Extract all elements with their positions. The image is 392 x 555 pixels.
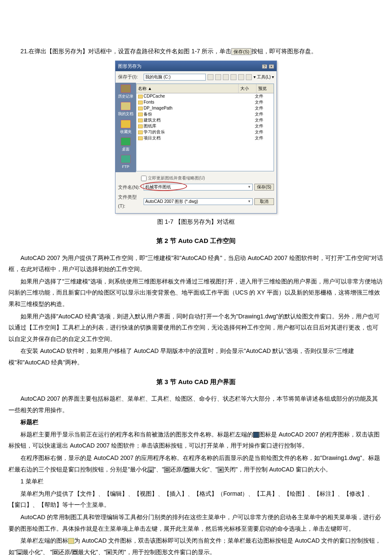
mydocs-icon [121,102,131,110]
file-row[interactable]: 建筑文档文件 [136,117,274,123]
section-2-title: 第 2 节 Auto CAD 工作空间 [9,235,383,247]
dialog-title-text: 图形另存为 [118,62,141,71]
place-label: FTP [122,163,130,171]
s3-h2: 1 菜单栏 [9,476,383,487]
delete-icon[interactable] [231,74,236,80]
restore-icon [164,467,170,473]
place-ftp[interactable]: FTP [117,155,134,171]
s2-p2: 如果用户选择了"三维建模"选项，则系统使用三维图形样板文件通过三维视图打开，进入… [9,276,383,310]
save-in-dropdown[interactable]: 我的电脑 (C:) [144,74,206,81]
search-icon[interactable] [223,74,229,80]
save-button-inline[interactable]: 保存(S) [231,48,251,55]
views-icon[interactable] [246,74,252,80]
file-row[interactable]: CDPCache文件 [136,93,274,99]
filename-field[interactable]: 机械零件图纸▼ [144,184,253,191]
intro-text-2: 按钮，即可将图形存盘。 [251,48,317,55]
folder-icon [138,95,143,98]
tools-dropdown[interactable]: ▾ 工具(L) ▾ [254,73,274,81]
text: 还原/ [170,466,184,473]
file-row[interactable]: Fonts文件 [136,99,274,105]
file-list-header: 名称 ▲ 大小 预览 [136,84,274,93]
s2-p1: AutoCAD 2007 为用户提供了两种工作空间，即"三维建模"和"AutoC… [9,252,383,275]
dropdown-arrow-icon[interactable]: ▼ [248,199,251,205]
text: 标题栏主要用于显示当前正在运行的程序名和当前被激活的图形文件名称。标题栏左端的 [20,431,253,438]
checkbox-input[interactable] [141,176,147,181]
maximize-icon [72,549,78,555]
text: 还原/ [58,549,72,555]
dialog-title-buttons: ? × [262,62,274,71]
place-history[interactable]: 历史记录 [117,84,134,100]
up-icon[interactable] [215,74,221,80]
minimize-icon [17,549,23,555]
desktop-icon [121,137,131,146]
col-preview: 预览 [257,84,274,93]
s3-p5: AutoCAD 的常用制图工具和管理编辑等工具都分门别类的排列在这些主菜单中，户… [9,512,383,534]
dialog-body: 历史记录 我的文档 收藏夹 桌面 FTP 名称 ▲ 大小 预览 CDPCache… [115,83,277,172]
place-label: 我的文档 [118,110,133,118]
close-icon: × [106,549,112,555]
place-mydocs[interactable]: 我的文档 [117,102,134,118]
s3-p1: AutoCAD 2007 的界面主要包括标题栏、菜单栏、工具栏、绘图区、命令行、… [9,393,383,416]
file-row[interactable]: 项目文档文件 [136,135,274,141]
filetype-value: AutoCAD 2007 图形 (*.dwg) [145,199,198,205]
place-label: 收藏夹 [120,128,132,136]
dialog-close-icon[interactable]: × [269,64,274,69]
s3-p4: 菜单栏为用户提供了【文件】、【编辑】、【视图】、【插入】、【格式】（Format… [9,488,383,511]
folder-icon [138,124,143,128]
s3-p6: 菜单栏左端的图标为 AutoCAD 文件图标，双击该图标即可以关闭当前文件；菜单… [9,535,383,555]
place-favorites[interactable]: 收藏夹 [117,120,134,136]
dialog-figure: 图形另存为 ? × 保存于(I): 我的电脑 (C:) ▾ 工具(L) ▾ [9,61,383,214]
save-as-dialog: 图形另存为 ? × 保存于(I): 我的电脑 (C:) ▾ 工具(L) ▾ [115,61,277,214]
text: 关闭"，用于控制图形文件窗口的显示。 [112,549,216,555]
folder-icon [138,113,143,116]
back-icon[interactable] [208,74,213,80]
col-size[interactable]: 大小 [239,84,257,93]
dialog-help-icon[interactable]: ? [262,64,267,69]
s2-p4: 在安装 AutoCAD 软件时，如果用户移植了 AutoCAD 早期版本中的设置… [9,345,383,368]
autocad-program-icon [253,432,259,438]
dropdown-arrow-icon[interactable]: ▼ [248,184,251,190]
file-list-pane[interactable]: 名称 ▲ 大小 预览 CDPCache文件Fonts文件DP_ImagePath… [136,84,274,171]
place-desktop[interactable]: 桌面 [117,137,134,153]
file-rows: CDPCache文件Fonts文件DP_ImagePath文件备份文件建筑文档文… [136,93,274,141]
places-bar: 历史记录 我的文档 收藏夹 桌面 FTP [115,83,136,172]
filetype-label: 文件类型(T): [118,193,142,211]
file-row[interactable]: DP_ImagePath文件 [136,105,274,111]
s3-p3: 在程序图标右侧，显示的是 AutoCAD 2007 的应用程序名称。在程序名称的… [9,452,383,475]
file-row[interactable]: 学习的音乐文件 [136,129,274,135]
text: "、" [154,466,164,473]
file-row[interactable]: 图纸库文件 [136,123,274,129]
folder-icon [138,130,143,134]
newfolder-icon[interactable] [238,74,244,80]
update-thumbnail-checkbox[interactable]: 立即更新图纸并查看缩略图(U) [118,174,274,182]
text: 最小化"、 " [23,549,52,555]
intro-text-1: 在弹出【图形另存为】对话框中，设置存盘路径和文件名如图 1-7 所示，单击 [29,48,231,55]
folder-icon [138,136,143,140]
s3-p2: 标题栏主要用于显示当前正在运行的程序名和当前被激活的图形文件名称。标题栏左端的图… [9,429,383,451]
place-label: 历史记录 [118,93,133,100]
folder-icon [138,107,143,110]
minimize-icon [148,467,154,473]
restore-icon [52,549,58,555]
text: 菜单栏左端的图标 [20,537,68,544]
save-in-row: 保存于(I): 我的电脑 (C:) ▾ 工具(L) ▾ [115,71,277,83]
text: 最大化"、" [78,549,106,555]
col-name[interactable]: 名称 ▲ [136,84,239,93]
folder-icon [138,119,143,122]
autocad-file-icon [68,538,74,544]
figure-caption: 图 1-7 【图形另存为】对话框 [9,216,383,228]
checkbox-label: 立即更新图纸并查看缩略图(U) [148,176,205,180]
s3-h1: 标题栏 [9,416,383,428]
s2-p3: 如果用户选择"AutoCAD 经典"选项，则进入默认用户界面，同时自动打开一个名… [9,311,383,345]
cancel-button[interactable]: 取消 [254,198,274,205]
place-label: 桌面 [122,146,130,153]
save-button[interactable]: 保存(S) [254,184,274,191]
section-3-title: 第 3 节 Auto CAD 用户界面 [9,376,383,388]
dialog-titlebar: 图形另存为 ? × [115,61,277,72]
history-icon [121,84,131,93]
file-row[interactable]: 备份文件 [136,111,274,117]
star-icon [121,120,131,128]
text: 最大化"、" [190,466,218,473]
filetype-field[interactable]: AutoCAD 2007 图形 (*.dwg)▼ [144,198,253,205]
maximize-icon [184,467,190,473]
